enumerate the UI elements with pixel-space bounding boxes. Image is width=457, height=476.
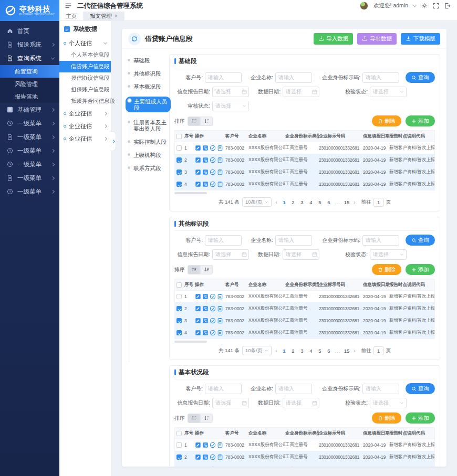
detail-icon[interactable] [202,157,209,163]
logout-icon[interactable] [444,3,451,9]
search-button[interactable]: 查询 [406,72,435,83]
detail-icon[interactable] [202,466,209,467]
customer-no-input[interactable] [205,384,242,394]
tree-leaf-credit-agreement[interactable]: 授信协议信息段 [59,72,111,84]
page-number[interactable]: 15 [344,199,350,205]
edit-icon[interactable] [195,466,201,467]
export-data-button[interactable]: 导出数据 [357,33,397,45]
edit-icon[interactable] [195,169,201,175]
table-row[interactable]: 1 783-0002 XXXX股份有限公司 工商注册号 230100000013… [175,142,434,154]
sidebar-item-menu-1[interactable]: 一级菜单 [0,117,59,130]
edit-icon[interactable] [195,442,201,448]
horizontal-scrollbar[interactable] [174,192,207,194]
next-page-button[interactable]: › [352,199,357,205]
copy-icon[interactable] [217,157,223,163]
audit-icon[interactable] [210,330,216,336]
sidebar-item-base-manage[interactable]: 基础管理 [0,103,59,117]
row-checkbox[interactable] [176,145,182,151]
data-date-picker[interactable]: 请选择 [283,398,319,408]
tree-node-enterprise-credit-2[interactable]: 企业征信 [59,120,111,132]
row-checkbox[interactable] [176,170,182,175]
sort-asc-button[interactable] [188,414,200,423]
detail-icon[interactable] [202,169,209,175]
anchor-actual-controller[interactable]: 实际控制人段 [127,139,169,145]
settings-gear-icon[interactable] [421,3,428,9]
add-button[interactable]: 添加 [406,264,435,275]
table-row[interactable]: 3 783-0002 XXXX股份有限公司 工商注册号 230100000013… [175,463,434,467]
page-number[interactable]: 5 [317,348,323,354]
data-date-picker[interactable]: 请选择 [283,249,319,260]
anchor-other-id[interactable]: 其他标识段 [127,70,169,77]
sidebar-item-home[interactable]: 首页 [0,24,59,38]
sort-asc-button[interactable] [188,265,200,274]
search-button[interactable]: 查询 [406,383,435,394]
page-number[interactable]: 2 [290,348,296,354]
tab-home[interactable]: 主页 [59,12,84,21]
search-button[interactable]: 查询 [406,235,435,246]
import-data-button[interactable]: 导入数据 [314,33,353,45]
tab-message-manage[interactable]: 报文管理 × [84,12,124,21]
page-number[interactable]: 4 [308,348,314,354]
page-size-select[interactable]: 10条/页 [242,197,272,207]
table-row[interactable]: 1 783-0002 XXXX股份有限公司 工商注册号 230100000013… [175,439,434,451]
anchor-superior-org[interactable]: 上级机构段 [127,152,169,158]
goto-page-input[interactable] [373,198,384,207]
detail-icon[interactable] [202,442,209,448]
page-size-select[interactable]: 10条/页 [242,346,272,355]
select-all-checkbox[interactable] [176,431,182,436]
anchor-registered-capital[interactable]: 注册资本及主要出资人段 [127,119,169,132]
table-row[interactable]: 1 783-0002 XXXX股份有限公司 工商注册号 230100000013… [175,291,434,303]
table-row[interactable]: 3 783-0002 XXXX股份有限公司 工商注册号 230100000013… [175,315,434,327]
anchor-basic-profile[interactable]: 基本概况段 [127,83,169,90]
company-name-input[interactable] [275,384,312,394]
row-checkbox[interactable] [176,318,182,323]
sidebar-item-menu-2[interactable]: 一级菜单 [0,130,59,144]
audit-icon[interactable] [210,157,216,163]
audit-icon[interactable] [210,466,216,467]
page-number[interactable]: 1 [281,348,287,354]
page-number[interactable]: 3 [299,348,305,354]
audit-icon[interactable] [210,145,216,151]
edit-icon[interactable] [195,293,201,300]
sidebar-item-query-system[interactable]: 查询系统 [0,51,59,65]
company-name-input[interactable] [275,72,312,83]
sidebar-subitem-report-landing[interactable]: 报告落地 [0,90,59,103]
goto-page-input[interactable] [373,346,384,355]
tree-leaf-personal-basic[interactable]: 个人基本信息段 [59,49,111,61]
id-code-input[interactable] [362,235,399,246]
detail-icon[interactable] [202,454,209,460]
sort-desc-button[interactable] [200,117,213,126]
tree-node-enterprise-credit-1[interactable]: 企业征信 [59,107,111,120]
audit-icon[interactable] [210,169,216,175]
menu-toggle-icon[interactable] [65,2,72,9]
edit-icon[interactable] [195,454,201,460]
table-row[interactable]: 3 783-0002 XXXX股份有限公司 工商注册号 230100000013… [175,166,434,178]
row-checkbox[interactable] [176,330,182,335]
anchor-key-members[interactable]: 主要组成人员段 [126,97,171,112]
row-checkbox[interactable] [176,442,182,448]
sort-asc-button[interactable] [188,117,200,126]
add-button[interactable]: 添加 [406,412,435,424]
fullscreen-icon[interactable] [433,3,439,9]
detail-icon[interactable] [202,293,209,300]
sidebar-item-menu-6[interactable]: 一级菜单 [0,185,59,198]
edit-icon[interactable] [195,305,201,312]
table-row[interactable]: 4 783-0002 XXXX股份有限公司 工商注册号 230100000013… [175,327,434,339]
prev-page-button[interactable]: ‹ [274,199,278,205]
table-row[interactable]: 2 783-0002 XXXX股份有限公司 工商注册号 230100000013… [175,451,434,463]
sort-desc-button[interactable] [200,265,213,274]
next-page-button[interactable]: › [352,347,357,354]
download-template-button[interactable]: 下载模版 [401,33,440,45]
horizontal-scrollbar[interactable] [174,341,207,343]
avatar[interactable] [360,2,368,10]
anchor-contact[interactable]: 联系方式段 [127,165,169,171]
prev-page-button[interactable]: ‹ [274,347,278,354]
company-name-input[interactable] [275,235,312,246]
sidebar-item-menu-4[interactable]: 一级菜单 [0,157,59,171]
tree-leaf-guarantee-account[interactable]: 担保账户信息段 [59,84,111,96]
sidebar-item-menu-5[interactable]: 一级菜单 [0,171,59,185]
edit-icon[interactable] [195,330,201,336]
sidebar-item-menu-3[interactable]: 一级菜单 [0,144,59,157]
copy-icon[interactable] [217,305,223,312]
copy-icon[interactable] [217,145,223,151]
